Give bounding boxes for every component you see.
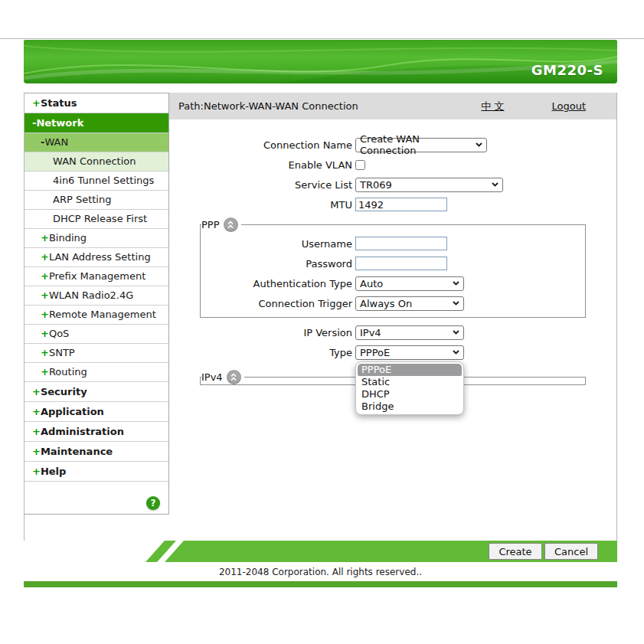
expand-icon: + — [41, 347, 49, 358]
expand-icon: + — [41, 366, 49, 378]
ipv4-legend-label: IPv4 — [201, 371, 223, 383]
logout-link[interactable]: Logout — [551, 100, 586, 112]
sidebar-nav: +Status -Network -WAN WAN Connection 4in… — [25, 93, 169, 515]
create-button[interactable]: Create — [489, 543, 542, 560]
sidebar-item-label: Maintenance — [41, 446, 113, 457]
expand-icon: + — [41, 289, 49, 301]
page-container: GM220-S +Status -Network -WAN WAN Connec… — [24, 40, 617, 587]
sidebar-item-security[interactable]: +Security — [25, 382, 168, 402]
ip-version-select[interactable]: IPv4 — [355, 325, 464, 340]
sidebar-item-label: Network — [36, 117, 83, 129]
ipv4-legend: IPv4 — [201, 370, 244, 384]
sidebar-item-label: Administration — [41, 426, 124, 437]
sidebar-item-label: Status — [41, 97, 77, 109]
type-select-wrapper: PPPoE PPPoE Static DHCP Bridge — [355, 345, 464, 360]
sidebar-item-application[interactable]: +Application — [25, 402, 168, 422]
help-icon[interactable]: ? — [146, 496, 160, 510]
sidebar-item-binding[interactable]: +Binding — [25, 229, 168, 248]
password-input[interactable] — [355, 257, 447, 270]
sidebar-item-qos[interactable]: +QoS — [25, 325, 168, 344]
sidebar-item-label: Routing — [49, 366, 87, 378]
service-list-select[interactable]: TR069 — [355, 178, 503, 192]
sidebar-item-4in6-tunnel-settings[interactable]: 4in6 Tunnel Settings — [25, 172, 168, 191]
language-switch-link[interactable]: 中 文 — [481, 100, 504, 113]
header-banner: GM220-S — [24, 40, 617, 83]
action-bar: Create Cancel — [24, 541, 617, 562]
sidebar-item-wan[interactable]: -WAN — [25, 133, 168, 152]
sidebar-item-label: SNTP — [49, 347, 75, 358]
chevron-down-icon — [453, 281, 459, 286]
sidebar-item-lan-address-setting[interactable]: +LAN Address Setting — [25, 248, 168, 267]
sidebar-item-routing[interactable]: +Routing — [25, 363, 168, 382]
sidebar-item-label: QoS — [49, 328, 69, 339]
selected-value: IPv4 — [360, 327, 381, 338]
connection-name-label: Connection Name — [169, 139, 355, 151]
enable-vlan-checkbox[interactable] — [355, 160, 365, 170]
sidebar-item-status[interactable]: +Status — [25, 93, 168, 113]
device-model-title: GM220-S — [531, 62, 603, 78]
dropdown-option-bridge[interactable]: Bridge — [358, 400, 462, 413]
sidebar-item-dhcp-release-first[interactable]: DHCP Release First — [25, 210, 168, 229]
form-row: Enable VLAN — [169, 158, 616, 172]
chevron-down-icon — [453, 301, 459, 306]
top-divider — [0, 38, 644, 39]
content-area: Path:Network-WAN-WAN Connection 中 文 Logo… — [169, 93, 616, 541]
username-input[interactable] — [355, 237, 447, 250]
form-row: MTU — [169, 198, 616, 211]
form-row: IP Version IPv4 — [169, 325, 616, 339]
expand-icon: + — [32, 406, 41, 417]
selected-value: Create WAN Connection — [360, 133, 471, 156]
cancel-button[interactable]: Cancel — [544, 543, 598, 560]
form-row: Service List TR069 — [169, 178, 616, 191]
selected-value: Auto — [360, 278, 383, 289]
password-label: Password — [201, 258, 355, 270]
sidebar-item-network[interactable]: -Network — [25, 113, 168, 133]
form-row: Authentication Type Auto — [201, 276, 585, 290]
dropdown-option-static[interactable]: Static — [358, 376, 462, 388]
connection-name-select[interactable]: Create WAN Connection — [355, 138, 487, 152]
sidebar-item-arp-setting[interactable]: ARP Setting — [25, 191, 168, 210]
form-row: Connection Trigger Always On — [201, 296, 585, 310]
sidebar-item-wan-connection[interactable]: WAN Connection — [25, 152, 168, 172]
bottom-green-bar — [24, 581, 617, 587]
banner-wave-decoration — [24, 40, 617, 83]
expand-icon: + — [41, 251, 49, 263]
dropdown-option-pppoe[interactable]: PPPoE — [358, 364, 462, 376]
form-row: Connection Name Create WAN Connection — [169, 138, 616, 152]
sidebar-item-label: Application — [41, 406, 104, 417]
type-select[interactable]: PPPoE — [355, 345, 464, 360]
connection-trigger-label: Connection Trigger — [201, 298, 355, 309]
form-row: Username — [201, 237, 585, 250]
expand-icon: + — [41, 309, 49, 320]
sidebar-item-label: WAN — [44, 136, 68, 148]
dropdown-option-dhcp[interactable]: DHCP — [358, 388, 462, 400]
expand-icon: + — [32, 97, 41, 109]
chevron-down-icon — [453, 330, 459, 335]
sidebar-item-help[interactable]: +Help — [25, 462, 168, 482]
sidebar-filler — [25, 482, 168, 514]
sidebar-item-remote-management[interactable]: +Remote Management — [25, 306, 168, 325]
collapse-section-button[interactable] — [227, 370, 241, 384]
sidebar-item-sntp[interactable]: +SNTP — [25, 344, 168, 363]
sidebar-item-maintenance[interactable]: +Maintenance — [25, 442, 168, 462]
expand-icon: + — [32, 386, 41, 397]
mtu-input[interactable] — [355, 198, 447, 211]
chevron-down-icon — [476, 142, 482, 147]
expand-icon: + — [32, 446, 41, 457]
sidebar-item-administration[interactable]: +Administration — [25, 422, 168, 442]
sidebar-item-label: 4in6 Tunnel Settings — [53, 175, 154, 186]
chevron-down-icon — [492, 182, 499, 187]
selected-value: Always On — [360, 298, 412, 309]
sidebar-item-prefix-management[interactable]: +Prefix Management — [25, 267, 168, 286]
authentication-type-select[interactable]: Auto — [355, 276, 464, 291]
expand-icon: + — [32, 466, 41, 477]
main-wrapper: +Status -Network -WAN WAN Connection 4in… — [24, 93, 617, 541]
expand-icon: + — [41, 328, 49, 339]
sidebar-item-label: WLAN Radio2.4G — [49, 289, 133, 301]
authentication-type-label: Authentication Type — [201, 278, 355, 289]
collapse-section-button[interactable] — [224, 217, 238, 232]
enable-vlan-label: Enable VLAN — [169, 159, 355, 171]
sidebar-item-wlan-radio24g[interactable]: +WLAN Radio2.4G — [25, 286, 168, 306]
connection-trigger-select[interactable]: Always On — [355, 296, 464, 311]
mtu-label: MTU — [169, 199, 355, 211]
